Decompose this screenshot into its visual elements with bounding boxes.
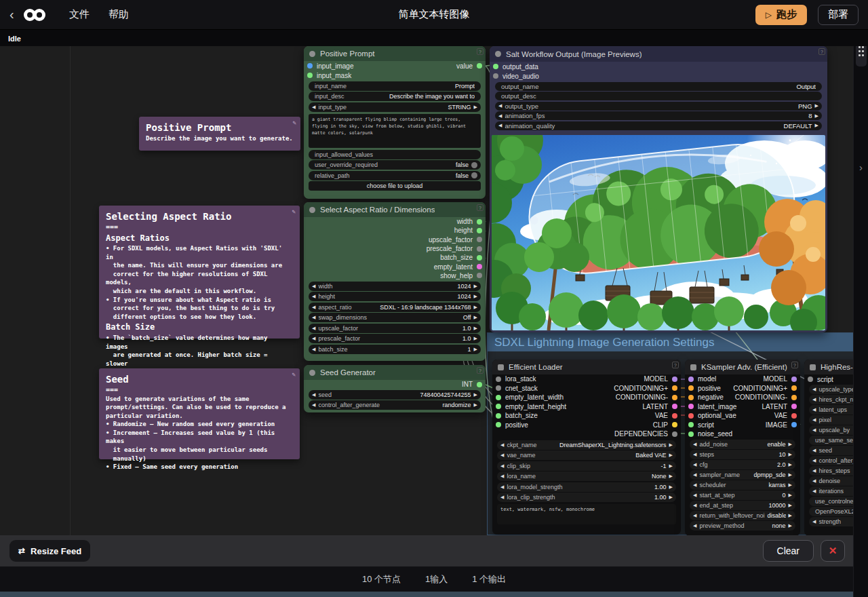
node-header[interactable]: Salt Workflow Output (Image Previews) ?: [490, 46, 827, 62]
decrement-arrow-icon[interactable]: ◀: [812, 417, 816, 423]
output-slot[interactable]: CONDITIONING+: [610, 384, 681, 393]
slot-dot[interactable]: [791, 404, 797, 409]
widget-row[interactable]: ◀ vae_name Baked VAE ▶: [497, 450, 676, 460]
widget-row[interactable]: ◀ animation_quality DEFAULT ▶: [495, 121, 822, 130]
decrement-arrow-icon[interactable]: ◀: [812, 427, 816, 433]
collapse-dot-icon[interactable]: [690, 364, 696, 370]
help-badge[interactable]: ?: [477, 48, 484, 55]
decrement-arrow-icon[interactable]: ◀: [812, 407, 816, 412]
widget-row[interactable]: ◀ choose file to upload ▶: [309, 181, 481, 191]
increment-arrow-icon[interactable]: ▶: [815, 113, 818, 119]
help-badge[interactable]: ?: [672, 362, 679, 368]
negative-prompt-textarea[interactable]: text, watermark, nsfw, monochrome: [497, 504, 676, 524]
decrement-arrow-icon[interactable]: ◀: [693, 513, 696, 518]
app-logo-infinity-icon[interactable]: [22, 7, 47, 22]
widget-row[interactable]: ◀ input_name Prompt ▶: [309, 81, 481, 91]
slot-dot[interactable]: [791, 385, 797, 391]
slot-dot[interactable]: [496, 395, 501, 400]
widget-row[interactable]: ◀ scheduler karras ▶: [690, 480, 795, 490]
node-select-aspect-ratio[interactable]: Select Aspect Ratio / Dimensions ? width…: [304, 202, 486, 361]
slot-dot[interactable]: [688, 385, 694, 391]
input-slot[interactable]: noise_seed: [685, 429, 740, 439]
increment-arrow-icon[interactable]: ▶: [474, 104, 477, 110]
increment-arrow-icon[interactable]: ▶: [669, 484, 673, 490]
increment-arrow-icon[interactable]: ▶: [789, 493, 792, 498]
decrement-arrow-icon[interactable]: ◀: [812, 458, 816, 463]
increment-arrow-icon[interactable]: ▶: [815, 123, 818, 128]
widget-row[interactable]: ◀ return_with_leftover_noi disable ▶: [690, 511, 795, 520]
widget-row[interactable]: ◀ steps 10 ▶: [690, 450, 795, 459]
increment-arrow-icon[interactable]: ▶: [474, 347, 477, 352]
slot-dot[interactable]: [688, 395, 694, 400]
slot-dot[interactable]: [477, 382, 482, 387]
slot-dot[interactable]: [477, 273, 482, 278]
widget-row[interactable]: ◀ input_desc Describe the image you want…: [309, 92, 481, 101]
edit-note-icon[interactable]: ✎: [293, 119, 296, 126]
help-badge[interactable]: ?: [477, 204, 484, 211]
node-header[interactable]: Positive Prompt ?: [304, 46, 486, 61]
output-slot[interactable]: VAE: [730, 411, 800, 421]
increment-arrow-icon[interactable]: ▶: [669, 442, 673, 448]
input-slot[interactable]: output_data: [490, 62, 827, 71]
decrement-arrow-icon[interactable]: ◀: [812, 387, 816, 392]
widget-row[interactable]: ◀ user_override_required false ▶: [309, 160, 481, 170]
increment-arrow-icon[interactable]: ▶: [474, 336, 477, 341]
slot-dot[interactable]: [791, 422, 797, 427]
widget-row[interactable]: ◀ lora_model_strength 1.00 ▶: [497, 482, 676, 492]
clear-feed-button[interactable]: Clear: [763, 540, 814, 562]
slot-dot[interactable]: [688, 422, 694, 427]
widget-row[interactable]: ◀ end_at_step 10000 ▶: [690, 501, 795, 510]
output-slot[interactable]: show_help: [304, 271, 486, 280]
slot-dot[interactable]: [307, 73, 313, 78]
slot-dot[interactable]: [672, 377, 677, 382]
decrement-arrow-icon[interactable]: ◀: [693, 503, 696, 508]
increment-arrow-icon[interactable]: ▶: [474, 402, 477, 408]
output-slot[interactable]: IMAGE: [730, 421, 800, 430]
input-slot[interactable]: positive: [492, 421, 570, 430]
slot-dot[interactable]: [477, 237, 482, 242]
output-slot[interactable]: LATENT: [730, 402, 800, 412]
output-slot[interactable]: CONDITIONING+: [730, 384, 800, 393]
widget-row[interactable]: ◀ cfg 2.0 ▶: [690, 460, 795, 469]
input-slot[interactable]: input_mask: [304, 71, 486, 80]
increment-arrow-icon[interactable]: ▶: [474, 294, 477, 299]
deploy-button[interactable]: 部署: [818, 5, 859, 25]
back-button[interactable]: ‹: [9, 7, 22, 22]
increment-arrow-icon[interactable]: ▶: [669, 474, 673, 479]
edit-note-icon[interactable]: ✎: [292, 208, 296, 215]
collapse-dot-icon[interactable]: [309, 51, 315, 57]
widget-row[interactable]: ◀ control_after_generate randomize ▶: [309, 400, 481, 410]
decrement-arrow-icon[interactable]: ◀: [812, 397, 816, 402]
slot-dot[interactable]: [672, 422, 677, 427]
widget-row[interactable]: ◀ start_at_step 0 ▶: [690, 490, 795, 500]
output-slot[interactable]: DEPENDENCIES: [610, 429, 681, 439]
widget-row[interactable]: ◀ seed 748400425744255 ▶: [309, 390, 481, 400]
slot-dot[interactable]: [672, 385, 677, 391]
output-slot[interactable]: MODEL: [730, 374, 800, 384]
input-slot[interactable]: empty_latent_width: [492, 393, 570, 402]
decrement-arrow-icon[interactable]: ◀: [312, 402, 315, 408]
decrement-arrow-icon[interactable]: ◀: [693, 523, 696, 528]
decrement-arrow-icon[interactable]: ◀: [312, 326, 315, 331]
increment-arrow-icon[interactable]: ▶: [789, 513, 792, 518]
decrement-arrow-icon[interactable]: ◀: [500, 474, 504, 479]
decrement-arrow-icon[interactable]: ◀: [693, 452, 696, 457]
slot-dot[interactable]: [477, 255, 482, 261]
group-title[interactable]: SDXL Lightning Image Generation Settings: [488, 333, 867, 351]
slot-dot[interactable]: [496, 404, 501, 409]
slot-dot[interactable]: [493, 73, 498, 79]
increment-arrow-icon[interactable]: ▶: [669, 463, 673, 469]
output-slot[interactable]: empty_latent: [304, 262, 486, 271]
input-slot[interactable]: cnet_stack: [492, 384, 570, 393]
collapse-dot-icon[interactable]: [498, 364, 504, 370]
slot-dot[interactable]: [493, 64, 498, 69]
decrement-arrow-icon[interactable]: ◀: [693, 442, 696, 447]
decrement-arrow-icon[interactable]: ◀: [500, 452, 504, 458]
increment-arrow-icon[interactable]: ▶: [669, 495, 673, 500]
input-slot[interactable]: input_image: [304, 61, 357, 71]
increment-arrow-icon[interactable]: ▶: [789, 442, 792, 447]
menu-item[interactable]: 帮助: [108, 8, 129, 21]
node-efficient-loader[interactable]: Efficient Loader ? lora_stack cnet_stack…: [492, 360, 681, 535]
decrement-arrow-icon[interactable]: ◀: [812, 448, 816, 453]
output-slot[interactable]: CLIP: [610, 421, 681, 430]
